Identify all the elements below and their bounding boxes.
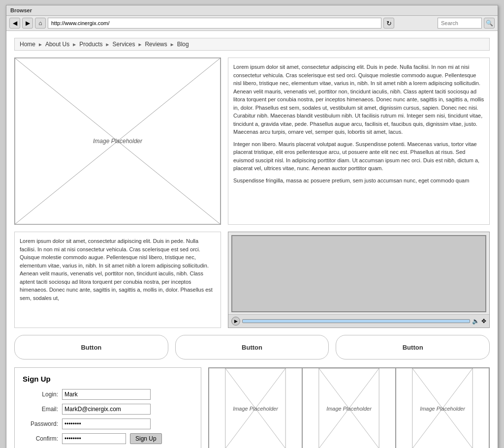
back-button[interactable]: ◀ xyxy=(9,18,20,29)
gallery-images-row: Image Placeholder Image Placeholder xyxy=(209,368,489,448)
main-image-label: Image Placeholder xyxy=(93,138,142,145)
nav-sep-2: ► xyxy=(72,42,77,47)
button-3[interactable]: Button xyxy=(336,335,490,359)
gallery-image-2: Image Placeholder xyxy=(302,368,396,448)
login-label: Login: xyxy=(23,391,62,398)
confirm-label: Confirm: xyxy=(23,435,62,442)
nav-about[interactable]: About Us xyxy=(45,41,69,48)
buttons-row: Button Button Button xyxy=(14,335,490,359)
search-bar[interactable] xyxy=(438,18,482,29)
password-input[interactable] xyxy=(62,418,151,429)
main-image-placeholder: Image Placeholder xyxy=(14,58,221,225)
email-label: Email: xyxy=(23,406,62,413)
browser-window: Browser ◀ ▶ ⌂ ↻ 🔍 Home ► About Us ► Prod… xyxy=(6,5,498,448)
video-screen xyxy=(231,235,486,312)
signup-title: Sign Up xyxy=(23,375,193,383)
top-text-para1: Lorem ipsum dolor sit amet, consectetur … xyxy=(233,63,484,136)
browser-title: Browser xyxy=(10,7,32,13)
nav-services[interactable]: Services xyxy=(112,41,135,48)
password-label: Password: xyxy=(23,420,62,427)
svg-rect-3 xyxy=(232,236,485,311)
nav-sep-1: ► xyxy=(38,42,43,47)
middle-text-para1: Lorem ipsum dolor sit amet, consectetur … xyxy=(20,237,216,302)
nav-sep-3: ► xyxy=(105,42,110,47)
search-button[interactable]: 🔍 xyxy=(484,18,495,29)
bottom-row: Sign Up Login: Email: Password: Confirm:… xyxy=(14,367,490,448)
gallery-label-2: Image Placeholder xyxy=(326,406,372,412)
middle-row: Lorem ipsum dolor sit amet, consectetur … xyxy=(14,232,490,328)
middle-text-block: Lorem ipsum dolor sit amet, consectetur … xyxy=(14,232,221,328)
forward-button[interactable]: ▶ xyxy=(22,18,33,29)
nav-blog[interactable]: Blog xyxy=(177,41,189,48)
fullscreen-icon[interactable]: ✥ xyxy=(481,318,486,325)
top-text-para3: Suspendisse fringilla, massa ac posuere … xyxy=(233,177,484,185)
nav-sep-5: ► xyxy=(170,42,175,47)
image-gallery: Image Placeholder Image Placeholder xyxy=(208,367,490,448)
email-input[interactable] xyxy=(62,404,151,415)
progress-bar[interactable] xyxy=(242,319,470,323)
login-row: Login: xyxy=(23,389,193,400)
email-row: Email: xyxy=(23,404,193,415)
nav-bar: Home ► About Us ► Products ► Services ► … xyxy=(14,38,490,51)
gallery-image-1: Image Placeholder xyxy=(209,368,302,448)
confirm-row: Confirm: Sign Up xyxy=(23,433,193,444)
nav-home[interactable]: Home xyxy=(20,41,35,48)
play-button[interactable]: ▶ xyxy=(231,317,240,326)
password-row: Password: xyxy=(23,418,193,429)
nav-sep-4: ► xyxy=(137,42,142,47)
signup-form: Sign Up Login: Email: Password: Confirm:… xyxy=(14,367,201,448)
volume-icon[interactable]: 🔈 xyxy=(472,318,479,325)
browser-titlebar: Browser xyxy=(6,5,498,16)
browser-content: Home ► About Us ► Products ► Services ► … xyxy=(6,31,498,448)
button-1[interactable]: Button xyxy=(14,335,168,359)
login-input[interactable] xyxy=(62,389,151,400)
video-placeholder: ▶ 🔈 ✥ xyxy=(228,232,490,328)
refresh-button[interactable]: ↻ xyxy=(383,18,394,29)
top-text-block: Lorem ipsum dolor sit amet, consectetur … xyxy=(228,58,490,225)
nav-reviews[interactable]: Reviews xyxy=(145,41,167,48)
browser-toolbar: ◀ ▶ ⌂ ↻ 🔍 xyxy=(6,16,498,31)
nav-products[interactable]: Products xyxy=(79,41,102,48)
gallery-image-3: Image Placeholder xyxy=(396,368,489,448)
confirm-input[interactable] xyxy=(62,433,126,444)
video-controls: ▶ 🔈 ✥ xyxy=(228,314,489,328)
home-button[interactable]: ⌂ xyxy=(35,18,46,29)
button-2[interactable]: Button xyxy=(175,335,329,359)
main-top-section: Image Placeholder Lorem ipsum dolor sit … xyxy=(14,58,490,225)
top-text-para2: Integer non libero. Mauris placerat volu… xyxy=(233,140,484,173)
url-bar[interactable] xyxy=(48,18,381,29)
gallery-label-3: Image Placeholder xyxy=(420,406,465,412)
signup-button[interactable]: Sign Up xyxy=(130,433,162,444)
gallery-label-1: Image Placeholder xyxy=(233,406,278,412)
